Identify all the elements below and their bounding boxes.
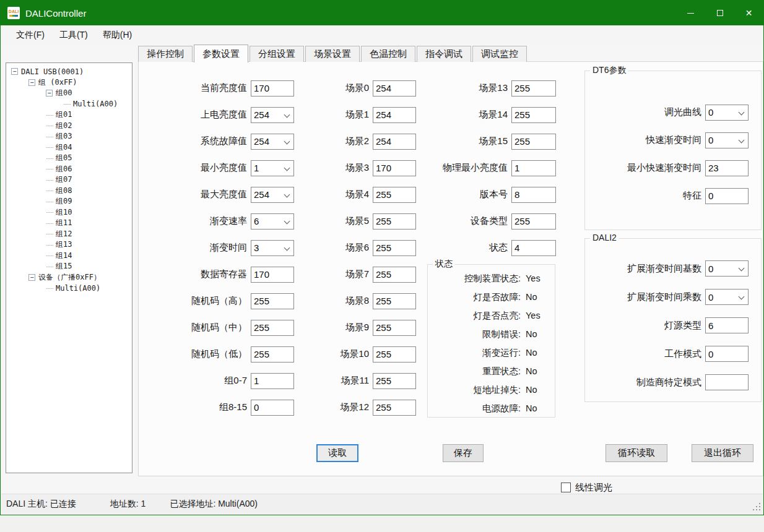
expand-collapse-icon[interactable]: − <box>46 122 53 129</box>
tree-item-label: 组09 <box>56 196 72 207</box>
field-input[interactable] <box>512 81 555 96</box>
field-input[interactable] <box>512 214 555 229</box>
linear-dim-checkbox[interactable] <box>561 483 571 492</box>
field-input[interactable] <box>706 161 748 176</box>
tree-item[interactable]: − 组12 <box>6 229 132 240</box>
expand-collapse-icon[interactable]: − <box>46 187 53 194</box>
expand-collapse-icon[interactable]: − <box>46 220 53 226</box>
tree-item[interactable]: − 组10 <box>6 207 132 218</box>
tree-item[interactable]: − Multi(A00) <box>6 283 132 294</box>
field-box <box>251 293 294 309</box>
resize-grip[interactable] <box>752 502 760 510</box>
field-input[interactable] <box>373 81 415 96</box>
field-input[interactable] <box>251 294 293 309</box>
status-row: 电源故障: No <box>428 399 555 418</box>
tree-item[interactable]: − 组14 <box>6 251 132 262</box>
field-input[interactable] <box>373 134 415 149</box>
close-button[interactable]: ✕ <box>734 1 763 25</box>
maximize-button[interactable] <box>705 1 734 25</box>
menu-item[interactable]: 帮助(H) <box>95 27 139 43</box>
tree-item[interactable]: − 组11 <box>6 218 132 229</box>
field-input[interactable] <box>512 108 555 122</box>
expand-collapse-icon[interactable]: − <box>63 101 70 108</box>
form-row: 最大亮度值 <box>139 181 294 208</box>
tree-item[interactable]: − 组09 <box>6 196 132 207</box>
tab[interactable]: 操作控制 <box>138 46 193 62</box>
tab[interactable]: 调试监控 <box>472 46 527 62</box>
field-input[interactable] <box>373 241 415 255</box>
field-input[interactable] <box>251 374 293 388</box>
tree-item[interactable]: − 组15 <box>6 261 132 272</box>
tab[interactable]: 参数设置 <box>194 45 248 62</box>
field-input[interactable] <box>512 134 555 149</box>
field-input[interactable] <box>512 187 555 202</box>
expand-collapse-icon[interactable]: − <box>46 231 53 238</box>
tree-item[interactable]: − 组04 <box>6 142 132 153</box>
field-input[interactable] <box>706 346 748 361</box>
expand-collapse-icon[interactable]: − <box>46 198 53 205</box>
tab[interactable]: 分组设置 <box>250 46 304 62</box>
loop-read-button[interactable]: 循环读取 <box>606 444 667 462</box>
tree-item[interactable]: − 组01 <box>6 109 132 121</box>
field-input[interactable] <box>373 108 415 122</box>
field-input[interactable] <box>512 161 555 176</box>
field-box <box>373 107 416 123</box>
tree-item[interactable]: − 组00 <box>6 88 132 99</box>
field-input[interactable] <box>251 400 293 415</box>
tree-item[interactable]: − 组06 <box>6 164 132 175</box>
tree-item[interactable]: − 组07 <box>6 174 132 186</box>
field-input[interactable] <box>373 347 415 362</box>
tree-item[interactable]: − DALI USB(0001) <box>6 66 132 77</box>
expand-collapse-icon[interactable]: − <box>28 79 35 86</box>
read-button[interactable]: 读取 <box>316 444 358 462</box>
tree-item[interactable]: − 组05 <box>6 153 132 164</box>
tree-item[interactable]: − 组08 <box>6 186 132 197</box>
tree-item[interactable]: − 组13 <box>6 239 132 251</box>
menu-item[interactable]: 文件(F) <box>9 27 52 43</box>
tree-item[interactable]: − 组02 <box>6 121 132 132</box>
tab[interactable]: 指令调试 <box>417 46 471 62</box>
tree-item[interactable]: − 设备（广播0xFF） <box>6 272 132 283</box>
field-input[interactable] <box>706 375 748 390</box>
expand-collapse-icon[interactable]: − <box>46 252 53 259</box>
expand-collapse-icon[interactable]: − <box>46 263 53 270</box>
device-tree[interactable]: − DALI USB(0001) − 组 (0xFF) − 组00 − Mult… <box>6 62 132 473</box>
minimize-button[interactable] <box>676 1 705 25</box>
expand-collapse-icon[interactable]: − <box>46 111 53 118</box>
save-button[interactable]: 保存 <box>443 444 484 462</box>
menu-item[interactable]: 工具(T) <box>52 27 95 43</box>
field-input[interactable] <box>373 320 415 335</box>
field-input[interactable] <box>373 214 415 229</box>
exit-loop-button[interactable]: 退出循环 <box>692 444 753 462</box>
field-input[interactable] <box>251 347 293 362</box>
field-input[interactable] <box>373 161 415 176</box>
tree-item[interactable]: − Multi(A00) <box>6 99 132 110</box>
field-input[interactable] <box>373 400 415 415</box>
tree-item[interactable]: − 组 (0xFF) <box>6 77 132 88</box>
expand-collapse-icon[interactable]: − <box>46 209 53 216</box>
field-input[interactable] <box>512 241 555 255</box>
field-input[interactable] <box>706 318 748 333</box>
tree-item[interactable]: − 组03 <box>6 131 132 142</box>
expand-collapse-icon[interactable]: − <box>46 90 53 97</box>
expand-collapse-icon[interactable]: − <box>28 274 35 281</box>
tab[interactable]: 色温控制 <box>361 46 415 62</box>
expand-collapse-icon[interactable]: − <box>46 133 53 140</box>
field-input[interactable] <box>373 187 415 202</box>
expand-collapse-icon[interactable]: − <box>46 155 53 161</box>
tab[interactable]: 场景设置 <box>305 46 360 62</box>
field-input[interactable] <box>251 267 293 282</box>
expand-collapse-icon[interactable]: − <box>46 176 53 183</box>
expand-collapse-icon[interactable]: − <box>46 144 53 151</box>
field-input[interactable] <box>706 189 748 204</box>
field-input[interactable] <box>251 320 293 335</box>
expand-collapse-icon[interactable]: − <box>46 285 53 291</box>
expand-collapse-icon[interactable]: − <box>11 68 18 75</box>
expand-collapse-icon[interactable]: − <box>46 241 53 248</box>
field-input[interactable] <box>373 294 415 309</box>
field-input[interactable] <box>373 267 415 282</box>
field-input[interactable] <box>251 81 293 96</box>
expand-collapse-icon[interactable]: − <box>46 166 53 173</box>
host-status: DALI 主机: 已连接 <box>6 499 76 510</box>
field-input[interactable] <box>373 374 415 388</box>
